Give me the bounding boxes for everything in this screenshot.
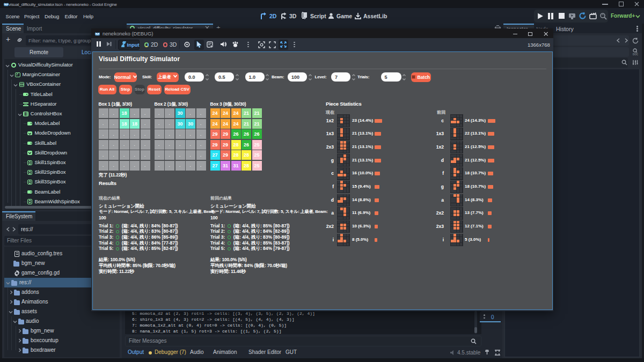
svg-text:DOC: DOC [633, 53, 639, 56]
